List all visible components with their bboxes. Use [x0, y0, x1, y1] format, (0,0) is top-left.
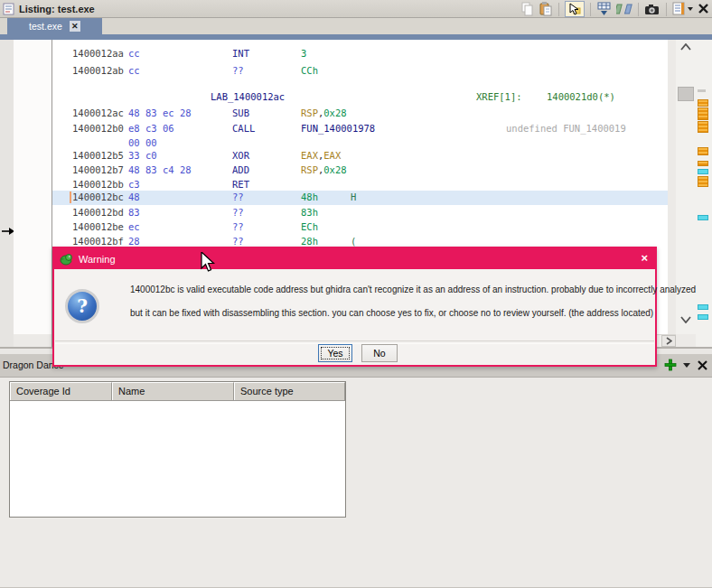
listing-titlebar[interactable]: Listing: test.exe	[0, 0, 712, 18]
orange-coverage-marker[interactable]	[698, 147, 708, 155]
listing-row[interactable]: 1400012ac48 83 ec 28SUBRSP,0x28	[52, 107, 668, 120]
label-field[interactable]: LAB_1400012ac	[211, 91, 285, 102]
ascii-field[interactable]: (	[351, 236, 356, 247]
bytes-field[interactable]: cc	[128, 48, 140, 59]
cursor-location-icon[interactable]	[565, 1, 585, 17]
cyan-coverage-marker[interactable]	[698, 215, 708, 220]
bytes-field[interactable]: 48	[128, 191, 140, 202]
scroll-right-icon[interactable]	[661, 335, 676, 347]
bytes-field[interactable]: cc	[128, 65, 140, 76]
ascii-field[interactable]: H	[351, 191, 356, 202]
add-coverage-icon[interactable]	[664, 359, 677, 371]
bytes-field[interactable]: 48 83 ec 28	[128, 107, 192, 118]
mnemonic-field[interactable]: ??	[232, 207, 244, 218]
snapshot-table-icon[interactable]	[596, 2, 613, 16]
listing-row[interactable]: 1400012b0e8 c3 06CALLFUN_140001978undefi…	[52, 122, 668, 135]
address-field[interactable]: 1400012be	[72, 221, 124, 232]
panel-menu-icon[interactable]	[683, 363, 690, 368]
mnemonic-field[interactable]: RET	[232, 179, 249, 190]
column-header-source-type[interactable]: Source type	[234, 382, 345, 400]
orange-coverage-marker[interactable]	[698, 107, 708, 120]
listing-row[interactable]: 00 00	[52, 136, 668, 150]
orange-coverage-marker[interactable]	[698, 99, 708, 107]
paste-icon[interactable]	[539, 2, 553, 16]
bytes-field[interactable]: ec	[128, 221, 140, 232]
listing-row[interactable]: 1400012abcc??CCh	[52, 64, 668, 78]
warning-dialog[interactable]: Warning × ? 1400012bc is valid executabl…	[52, 247, 657, 367]
column-header-name[interactable]: Name	[112, 382, 234, 400]
dialog-close-icon[interactable]: ×	[641, 252, 648, 264]
listing-row[interactable]: 1400012bbc3RET	[52, 178, 668, 191]
close-icon[interactable]	[698, 3, 710, 15]
no-button[interactable]: No	[361, 344, 398, 362]
listing-row[interactable]: 1400012beec??ECh	[52, 220, 668, 234]
scrollbar-thumb[interactable]	[678, 87, 694, 101]
cyan-coverage-marker[interactable]	[698, 304, 708, 310]
address-field[interactable]: 1400012ac	[72, 107, 124, 118]
operand-field[interactable]: 83h	[301, 207, 318, 218]
bytes-field[interactable]: 48 83 c4 28	[128, 164, 192, 175]
mnemonic-field[interactable]: ??	[232, 191, 244, 202]
tab-test-exe[interactable]: test.exe ✕	[7, 18, 102, 34]
address-field[interactable]: 1400012bf	[72, 236, 124, 247]
address-field[interactable]: 1400012bd	[72, 207, 124, 218]
listing-row[interactable]: 1400012bd83??83h	[52, 206, 668, 219]
address-field[interactable]: 1400012b7	[72, 164, 124, 175]
bytes-field[interactable]: c3	[128, 179, 140, 190]
orange-coverage-marker[interactable]	[698, 176, 708, 187]
operand-field[interactable]: ECh	[301, 221, 318, 232]
mnemonic-field[interactable]: ADD	[232, 164, 249, 175]
mnemonic-field[interactable]: ??	[232, 236, 244, 247]
orange-coverage-marker[interactable]	[698, 121, 708, 133]
mnemonic-field[interactable]: XOR	[232, 150, 249, 161]
bytes-field[interactable]: e8 c3 06	[128, 123, 174, 134]
operand-field[interactable]: EAX,EAX	[301, 150, 341, 161]
address-field[interactable]: 1400012ab	[72, 65, 124, 76]
coverage-table[interactable]: Coverage IdNameSource type	[9, 381, 346, 518]
operand-field[interactable]: 3	[301, 48, 306, 59]
copy-icon[interactable]	[520, 2, 535, 16]
operand-field[interactable]: FUN_140001978	[301, 123, 375, 134]
bytes-field[interactable]: 83	[128, 207, 140, 218]
panel-close-icon[interactable]	[697, 359, 708, 371]
bytes-field[interactable]: 28	[128, 236, 140, 247]
camera-snapshot-icon[interactable]	[644, 3, 660, 16]
listing-display-options-icon[interactable]	[672, 2, 694, 16]
bytes-field[interactable]: 00 00	[128, 137, 157, 148]
cyan-coverage-marker[interactable]	[698, 314, 708, 320]
orange-coverage-marker[interactable]	[698, 161, 708, 166]
diff-view-icon[interactable]	[616, 2, 632, 16]
dialog-titlebar[interactable]: Warning ×	[54, 248, 655, 269]
address-field[interactable]: 1400012b5	[72, 150, 124, 161]
operand-field[interactable]: 48h	[301, 191, 318, 202]
scroll-up-icon[interactable]	[680, 43, 691, 51]
listing-label-row[interactable]: LAB_1400012acXREF[1]:1400021d0(*)	[52, 90, 668, 104]
listing-row[interactable]: 1400012b748 83 c4 28ADDRSP,0x28	[52, 163, 668, 177]
listing-row[interactable]: 1400012bc48??48hH	[52, 191, 668, 205]
mnemonic-field[interactable]: INT	[232, 48, 249, 59]
mnemonic-field[interactable]: CALL	[232, 123, 255, 134]
address-field[interactable]: 1400012bc	[72, 191, 124, 202]
column-header-coverage-id[interactable]: Coverage Id	[10, 382, 112, 400]
xref-address-field[interactable]: 1400021d0(*)	[547, 91, 615, 102]
cyan-coverage-marker[interactable]	[698, 169, 708, 174]
scroll-down-icon[interactable]	[680, 316, 691, 323]
operand-field[interactable]: RSP,0x28	[301, 164, 347, 175]
address-field[interactable]: 1400012b0	[72, 123, 124, 134]
mnemonic-field[interactable]: ??	[232, 221, 244, 232]
gray-coverage-marker[interactable]	[698, 89, 706, 92]
yes-button[interactable]: Yes	[318, 344, 352, 362]
listing-row[interactable]: 1400012aaccINT3	[52, 47, 668, 61]
tab-close-icon[interactable]: ✕	[70, 21, 80, 32]
operand-field[interactable]: 28h	[301, 236, 318, 247]
comment-field[interactable]: undefined FUN_1400019	[506, 123, 626, 134]
xref-header-field[interactable]: XREF[1]:	[476, 91, 522, 102]
address-field[interactable]: 1400012bb	[72, 179, 124, 190]
mnemonic-field[interactable]: ??	[232, 65, 244, 76]
mnemonic-field[interactable]: SUB	[232, 107, 249, 118]
overview-marker-strip[interactable]	[696, 40, 712, 347]
bytes-field[interactable]: 33 c0	[128, 150, 157, 161]
listing-row[interactable]: 1400012b533 c0XOREAX,EAX	[52, 149, 668, 163]
operand-field[interactable]: CCh	[301, 65, 318, 76]
address-field[interactable]: 1400012aa	[72, 48, 124, 59]
